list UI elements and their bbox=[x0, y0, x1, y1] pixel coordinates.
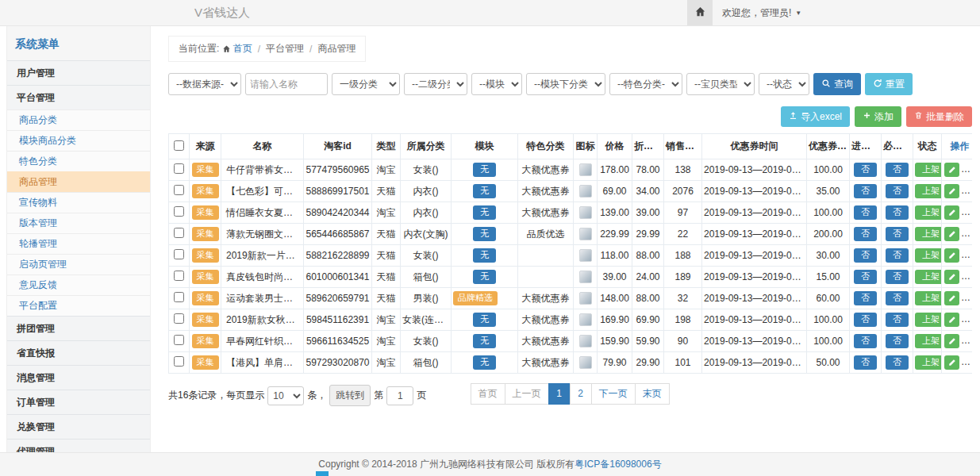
import-select-badge[interactable]: 否 bbox=[854, 291, 877, 305]
must-buy-badge[interactable]: 否 bbox=[886, 163, 909, 176]
breadcrumb-home-link[interactable]: 首页 bbox=[222, 42, 252, 56]
add-button[interactable]: 添加 bbox=[855, 106, 901, 127]
icon-cell bbox=[574, 267, 598, 288]
edit-button[interactable] bbox=[944, 313, 959, 327]
sales-count: 198 bbox=[664, 309, 702, 331]
status-badge[interactable]: 上架 bbox=[915, 270, 942, 283]
sidebar-group-平台管理[interactable]: 平台管理 bbox=[7, 85, 150, 109]
import-select-badge[interactable]: 否 bbox=[854, 313, 877, 326]
edit-button[interactable] bbox=[944, 334, 959, 348]
status-badge[interactable]: 上架 bbox=[915, 355, 942, 369]
sidebar-item-商品管理[interactable]: 商品管理 bbox=[7, 171, 150, 192]
row-checkbox[interactable] bbox=[174, 185, 184, 195]
must-buy-badge[interactable]: 否 bbox=[886, 205, 909, 219]
sidebar-item-模块商品分类[interactable]: 模块商品分类 bbox=[7, 130, 150, 151]
sidebar-item-版本管理[interactable]: 版本管理 bbox=[7, 213, 150, 233]
filter-status[interactable]: --状态-- bbox=[759, 73, 809, 95]
import-select-badge[interactable]: 否 bbox=[854, 163, 877, 176]
status-badge[interactable]: 上架 bbox=[915, 163, 942, 176]
sidebar-group-订单管理[interactable]: 订单管理 bbox=[7, 390, 150, 414]
sidebar-group-兑换管理[interactable]: 兑换管理 bbox=[7, 414, 150, 439]
product-category: 内衣(文胸) bbox=[401, 224, 452, 245]
row-checkbox[interactable] bbox=[174, 163, 184, 174]
import-select-badge[interactable]: 否 bbox=[854, 270, 877, 283]
edit-button[interactable] bbox=[944, 205, 959, 220]
sidebar-item-平台配置[interactable]: 平台配置 bbox=[7, 295, 150, 316]
name-search-input[interactable] bbox=[245, 73, 328, 95]
must-buy-badge[interactable]: 否 bbox=[886, 270, 909, 283]
must-buy-badge[interactable]: 否 bbox=[886, 313, 909, 326]
jump-button[interactable]: 跳转到 bbox=[329, 385, 371, 406]
status-badge[interactable]: 上架 bbox=[915, 248, 942, 262]
page-button-1[interactable]: 1 bbox=[548, 383, 571, 405]
import-select-badge[interactable]: 否 bbox=[854, 334, 877, 347]
edit-button[interactable] bbox=[944, 248, 959, 263]
status-badge[interactable]: 上架 bbox=[915, 227, 942, 240]
sidebar-group-拼团管理[interactable]: 拼团管理 bbox=[7, 316, 150, 340]
sidebar-group-省直快报[interactable]: 省直快报 bbox=[7, 340, 150, 365]
must-buy-badge[interactable]: 否 bbox=[886, 355, 909, 369]
filter-module[interactable]: --模块-- bbox=[471, 73, 522, 95]
row-checkbox[interactable] bbox=[174, 206, 184, 217]
home-button[interactable] bbox=[687, 0, 713, 25]
sidebar-item-意见反馈[interactable]: 意见反馈 bbox=[7, 274, 150, 295]
select-all-checkbox[interactable] bbox=[174, 140, 184, 151]
row-checkbox[interactable] bbox=[174, 228, 184, 238]
status-badge[interactable]: 上架 bbox=[915, 205, 942, 219]
import-select-badge[interactable]: 否 bbox=[854, 205, 877, 219]
filter-level2-category[interactable]: --二级分类-- bbox=[404, 73, 467, 95]
edit-button[interactable] bbox=[944, 270, 959, 284]
page-button-2[interactable]: 2 bbox=[570, 383, 592, 405]
status-cell: 上架 bbox=[913, 245, 942, 267]
row-checkbox[interactable] bbox=[174, 356, 184, 367]
reset-button[interactable]: 重置 bbox=[865, 73, 913, 95]
filter-item-type[interactable]: --宝贝类型-- bbox=[686, 73, 755, 95]
must-buy-badge[interactable]: 否 bbox=[886, 291, 909, 305]
edit-button[interactable] bbox=[944, 163, 959, 177]
page-button-下一页[interactable]: 下一页 bbox=[591, 383, 636, 405]
row-checkbox[interactable] bbox=[174, 249, 184, 259]
sidebar-group-消息管理[interactable]: 消息管理 bbox=[7, 365, 150, 390]
row-checkbox-cell bbox=[169, 352, 190, 374]
sidebar-item-特色分类[interactable]: 特色分类 bbox=[7, 151, 150, 171]
row-checkbox[interactable] bbox=[174, 335, 184, 345]
sales-count: 90 bbox=[664, 331, 702, 352]
user-menu[interactable]: 欢迎您，管理员! ▼ bbox=[722, 6, 801, 20]
status-badge[interactable]: 上架 bbox=[915, 184, 942, 198]
filter-level1-category[interactable]: 一级分类 bbox=[332, 73, 400, 95]
row-checkbox[interactable] bbox=[174, 292, 184, 302]
sidebar-group-用户管理[interactable]: 用户管理 bbox=[7, 60, 150, 85]
edit-button[interactable] bbox=[944, 227, 959, 241]
import-select-badge[interactable]: 否 bbox=[854, 184, 877, 198]
taoke-id: 577479560965 bbox=[304, 159, 372, 181]
status-badge[interactable]: 上架 bbox=[915, 313, 942, 326]
sidebar-item-宣传物料[interactable]: 宣传物料 bbox=[7, 192, 150, 213]
row-checkbox[interactable] bbox=[174, 271, 184, 281]
must-buy-badge[interactable]: 否 bbox=[886, 227, 909, 240]
import-excel-button[interactable]: 导入excel bbox=[781, 106, 850, 127]
edit-button[interactable] bbox=[944, 355, 959, 370]
import-select-badge[interactable]: 否 bbox=[854, 227, 877, 240]
sidebar-item-商品分类[interactable]: 商品分类 bbox=[7, 109, 150, 130]
page-number-input[interactable] bbox=[386, 386, 413, 405]
icp-link[interactable]: 粤ICP备16098006号 bbox=[575, 459, 661, 470]
import-select-badge[interactable]: 否 bbox=[854, 248, 877, 262]
filter-module-subcategory[interactable]: --模块下分类-- bbox=[526, 73, 605, 95]
per-page-select[interactable]: 10 bbox=[267, 386, 304, 405]
import-select-badge[interactable]: 否 bbox=[854, 355, 877, 369]
must-buy-badge[interactable]: 否 bbox=[886, 248, 909, 262]
filter-feature-category[interactable]: --特色分类-- bbox=[609, 73, 682, 95]
sidebar-item-轮播管理[interactable]: 轮播管理 bbox=[7, 233, 150, 254]
filter-data-source[interactable]: --数据来源-- bbox=[168, 73, 241, 95]
edit-button[interactable] bbox=[944, 184, 959, 198]
edit-button[interactable] bbox=[944, 291, 959, 305]
sidebar-item-启动页管理[interactable]: 启动页管理 bbox=[7, 254, 150, 274]
status-badge[interactable]: 上架 bbox=[915, 291, 942, 305]
must-buy-badge[interactable]: 否 bbox=[886, 184, 909, 198]
status-badge[interactable]: 上架 bbox=[915, 334, 942, 347]
page-button-末页[interactable]: 末页 bbox=[635, 383, 670, 405]
search-button[interactable]: 查询 bbox=[813, 73, 861, 95]
must-buy-badge[interactable]: 否 bbox=[886, 334, 909, 347]
row-checkbox[interactable] bbox=[174, 313, 184, 324]
batch-delete-button[interactable]: 批量删除 bbox=[906, 106, 972, 127]
